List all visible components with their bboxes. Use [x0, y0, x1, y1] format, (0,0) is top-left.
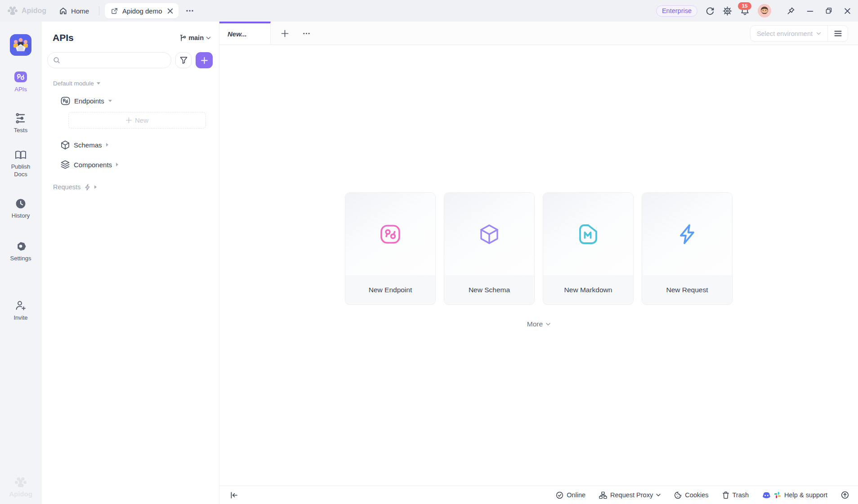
rail-label-publish-docs: Publish Docs: [6, 163, 35, 178]
cookies-button[interactable]: Cookies: [674, 491, 708, 499]
request-card-icon: [678, 223, 696, 245]
new-tab-plus-icon[interactable]: [277, 26, 292, 41]
endpoints-icon: [61, 97, 70, 105]
environment-group: Select environment: [750, 25, 848, 42]
share-icon: [111, 7, 118, 15]
gear-icon[interactable]: [723, 6, 732, 16]
rail-item-publish-docs[interactable]: Publish Docs: [0, 150, 41, 178]
markdown-card-icon: [578, 223, 598, 245]
main-content: New Endpoint New Schema: [219, 45, 858, 486]
project-avatar[interactable]: [10, 34, 31, 56]
tree-label-requests: Requests: [53, 183, 80, 191]
doc-tab-label: New...: [228, 30, 247, 38]
left-rail: APIs Tests Publish Docs: [0, 22, 41, 504]
user-avatar[interactable]: [758, 4, 771, 18]
new-item-cards: New Endpoint New Schema: [219, 192, 858, 305]
card-new-endpoint[interactable]: New Endpoint: [345, 192, 436, 305]
home-icon: [59, 7, 67, 15]
tab-options-ellipsis-icon[interactable]: [299, 26, 314, 41]
notification-bell-icon[interactable]: 15: [740, 6, 750, 16]
rail-item-history[interactable]: History: [0, 198, 41, 220]
apis-icon: [14, 71, 27, 83]
maximize-icon[interactable]: [825, 7, 832, 14]
rail-label-tests: Tests: [14, 127, 27, 134]
triangle-right-icon: [116, 163, 118, 166]
tree-label-endpoints: Endpoints: [74, 97, 104, 105]
doc-tab-new[interactable]: New...: [219, 22, 271, 45]
rail-item-settings[interactable]: Settings: [0, 241, 41, 263]
rail-label-apis: APIs: [14, 86, 27, 94]
search-box[interactable]: [47, 52, 171, 68]
refresh-icon[interactable]: [706, 6, 715, 15]
rail-label-settings: Settings: [10, 255, 31, 263]
git-branch-icon: [179, 34, 186, 42]
home-button[interactable]: Home: [54, 4, 94, 18]
schemas-cube-icon: [61, 140, 70, 150]
tree-item-components[interactable]: Components: [41, 159, 219, 170]
close-tab-icon[interactable]: [167, 8, 173, 14]
invite-person-plus-icon: [15, 300, 27, 311]
window-controls: [786, 7, 851, 15]
statusbar: Online Request Proxy: [219, 486, 858, 504]
main-area: New... Select environment: [219, 22, 858, 504]
request-proxy-button[interactable]: Request Proxy: [599, 491, 661, 499]
apidog-paw-icon-faded: [14, 477, 27, 488]
tree-item-schemas[interactable]: Schemas: [41, 139, 219, 150]
chevron-down-icon: [816, 32, 821, 35]
app-logo-text: Apidog: [22, 7, 46, 15]
rail-label-history: History: [12, 212, 30, 220]
apidog-paw-icon: [7, 6, 18, 16]
card-new-markdown[interactable]: New Markdown: [543, 192, 634, 305]
rail-item-apis[interactable]: APIs: [0, 71, 41, 94]
filter-button[interactable]: [175, 52, 192, 68]
project-tab[interactable]: Apidog demo: [105, 3, 178, 18]
help-support-button[interactable]: Help & support: [762, 491, 827, 499]
project-tab-label: Apidog demo: [122, 7, 162, 15]
environment-select[interactable]: Select environment: [751, 30, 827, 37]
more-button[interactable]: More: [527, 320, 550, 328]
notification-count-badge: 15: [737, 2, 751, 10]
upgrade-circle-up-icon[interactable]: [841, 491, 849, 499]
components-layers-icon: [61, 160, 70, 169]
card-new-schema[interactable]: New Schema: [444, 192, 535, 305]
new-endpoint-dashed-button[interactable]: New: [68, 112, 206, 129]
branch-selector[interactable]: main: [179, 34, 211, 42]
search-icon: [53, 57, 60, 64]
search-input[interactable]: [63, 57, 165, 64]
chevron-down-icon: [656, 494, 661, 496]
add-new-button[interactable]: [196, 52, 213, 68]
pin-icon[interactable]: [786, 7, 795, 15]
rail-brand: Apidog: [0, 477, 41, 498]
tree-label-components: Components: [74, 161, 112, 169]
more-tabs-icon[interactable]: [186, 9, 194, 12]
card-new-request[interactable]: New Request: [642, 192, 733, 305]
settings-icon: [15, 241, 26, 252]
slack-icon: [774, 491, 781, 499]
online-status[interactable]: Online: [556, 491, 585, 499]
tree-item-endpoints[interactable]: Endpoints: [41, 95, 219, 106]
triangle-down-icon: [108, 100, 112, 102]
tree-item-requests[interactable]: Requests: [41, 182, 219, 192]
rail-item-invite[interactable]: Invite: [0, 300, 41, 322]
environment-menu-icon[interactable]: [828, 25, 848, 42]
rail-item-tests[interactable]: Tests: [0, 113, 41, 134]
triangle-right-icon: [94, 185, 97, 189]
topbar: Apidog Home Apidog demo: [0, 0, 858, 22]
help-support-label: Help & support: [784, 491, 827, 499]
apis-panel: APIs main: [41, 22, 219, 504]
plus-icon: [126, 117, 132, 123]
proxy-icon: [599, 491, 607, 499]
statusbar-right: Online Request Proxy: [556, 491, 849, 499]
module-selector[interactable]: Default module: [41, 68, 219, 87]
collapse-sidebar-icon[interactable]: [230, 492, 238, 499]
minimize-icon[interactable]: [807, 8, 813, 14]
enterprise-badge[interactable]: Enterprise: [656, 5, 697, 17]
rail-brand-text: Apidog: [9, 490, 32, 498]
card-label: New Request: [642, 275, 732, 304]
trash-button[interactable]: Trash: [722, 491, 749, 499]
card-label: New Endpoint: [345, 275, 435, 304]
triangle-right-icon: [106, 143, 108, 147]
close-window-icon[interactable]: [844, 8, 851, 14]
branch-name: main: [188, 34, 204, 41]
discord-icon: [762, 492, 771, 499]
